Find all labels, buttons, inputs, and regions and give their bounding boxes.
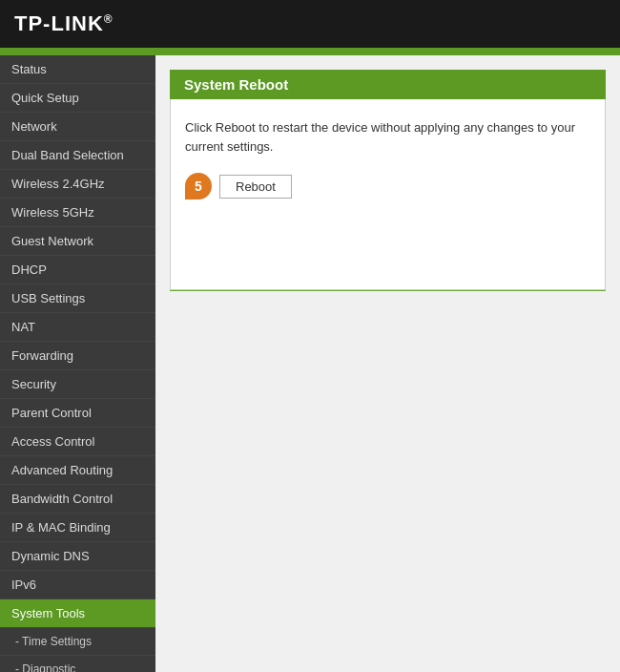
sidebar-item-11[interactable]: Security [0,370,155,399]
sidebar-item-13[interactable]: Access Control [0,428,155,456]
sidebar-item-label-20: - Time Settings [15,635,92,648]
sidebar-item-label-9: NAT [11,320,35,334]
sidebar-item-7[interactable]: DHCP [0,256,155,284]
sidebar-item-label-3: Dual Band Selection [11,148,124,162]
sidebar-item-18[interactable]: IPv6 [0,571,155,599]
section-title: System Reboot [170,70,606,99]
reboot-button[interactable]: Reboot [219,175,292,199]
sidebar-item-3[interactable]: Dual Band Selection [0,141,155,170]
sidebar-item-10[interactable]: Forwarding [0,342,155,370]
sidebar-item-label-0: Status [11,62,47,76]
description: Click Reboot to restart the device witho… [185,118,590,156]
sidebar-item-label-19: System Tools [11,606,85,620]
sidebar-item-label-7: DHCP [11,262,47,277]
sidebar-item-4[interactable]: Wireless 2.4GHz [0,170,155,199]
sidebar-item-14[interactable]: Advanced Routing [0,456,155,485]
sidebar: StatusQuick SetupNetworkDual Band Select… [0,55,155,672]
sidebar-item-8[interactable]: USB Settings [0,284,155,313]
sidebar-item-21[interactable]: - Diagnostic [0,656,155,672]
logo: TP-LINK® [14,11,114,36]
sidebar-item-label-8: USB Settings [11,291,85,305]
sidebar-item-label-10: Forwarding [11,348,73,363]
sidebar-item-label-21: - Diagnostic [15,662,75,672]
layout: StatusQuick SetupNetworkDual Band Select… [0,55,620,672]
sidebar-item-0[interactable]: Status [0,55,155,84]
sidebar-item-12[interactable]: Parent Control [0,399,155,428]
sidebar-item-1[interactable]: Quick Setup [0,84,155,113]
sidebar-item-label-12: Parent Control [11,406,92,420]
sidebar-item-label-16: IP & MAC Binding [11,520,111,535]
sidebar-item-6[interactable]: Guest Network [0,227,155,256]
sidebar-item-15[interactable]: Bandwidth Control [0,485,155,514]
header: TP-LINK® [0,0,620,48]
green-bar [0,48,620,55]
sidebar-item-label-14: Advanced Routing [11,463,113,477]
sidebar-item-5[interactable]: Wireless 5GHz [0,199,155,227]
sidebar-item-label-1: Quick Setup [11,91,79,105]
sidebar-item-label-13: Access Control [11,434,94,449]
sidebar-item-label-2: Network [11,119,57,134]
sidebar-item-9[interactable]: NAT [0,313,155,342]
sidebar-item-label-5: Wireless 5GHz [11,205,94,220]
main-content: System Reboot Click Reboot to restart th… [155,55,620,672]
sidebar-item-17[interactable]: Dynamic DNS [0,542,155,571]
sidebar-item-19[interactable]: System Tools [0,599,155,628]
reboot-badge: 5 [185,173,212,200]
divider [170,290,606,291]
sidebar-item-label-4: Wireless 2.4GHz [11,177,105,191]
sidebar-item-label-11: Security [11,377,56,391]
content-area: Click Reboot to restart the device witho… [170,99,606,290]
sidebar-item-label-6: Guest Network [11,234,93,248]
sidebar-item-20[interactable]: - Time Settings [0,628,155,656]
sidebar-item-label-17: Dynamic DNS [11,549,90,563]
sidebar-item-2[interactable]: Network [0,113,155,141]
sidebar-item-label-15: Bandwidth Control [11,492,113,506]
sidebar-item-16[interactable]: IP & MAC Binding [0,514,155,542]
sidebar-item-label-18: IPv6 [11,578,36,592]
reboot-row: 5 Reboot [185,173,590,200]
